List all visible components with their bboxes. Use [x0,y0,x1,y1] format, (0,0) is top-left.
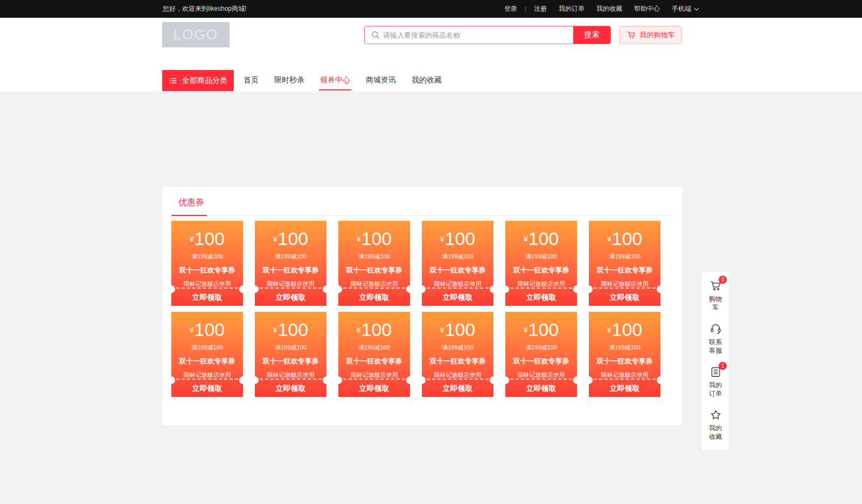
section-title[interactable]: 优惠券 [178,197,204,208]
welcome-text: 您好，欢迎来到likeshop商城! [163,4,246,13]
topbar-link-4[interactable]: 帮助中心 [634,4,660,13]
topbar-link-3[interactable]: 我的收藏 [596,4,622,13]
amount-value: 100 [194,319,225,340]
coupon-claim-button[interactable]: 立即领取 [422,380,493,397]
topbar-separator: | [525,5,526,13]
float-item-2[interactable]: 1我的订单 [706,365,725,398]
coupon-card: ¥100 满199减100 双十一狂欢专享券 限林记旗舰店使用 立即领取 [338,221,410,306]
coupon-scope: 限林记旗舰店使用 [505,280,577,288]
coupon-scope: 限林记旗舰店使用 [255,280,326,288]
coupon-claim-button[interactable]: 立即领取 [589,380,661,397]
amount-value: 100 [194,228,225,249]
coupon-scope: 限林记旗舰店使用 [422,280,493,288]
topbar-link-0[interactable]: 登录 [504,4,517,13]
float-item-1[interactable]: 联系客服 [706,322,725,355]
coupon-claim-button[interactable]: 立即领取 [255,289,326,306]
my-cart-label: 我的购物车 [640,30,675,40]
currency-symbol: ¥ [273,326,277,334]
coupon-condition: 满199减100 [422,344,493,352]
coupon-dashed-divider [260,288,322,289]
nav-item-4[interactable]: 我的收藏 [412,71,442,90]
coupon-dashed-divider [510,288,572,289]
amount-value: 100 [278,228,309,249]
coupon-claim-button[interactable]: 立即领取 [338,289,410,306]
nav-item-0[interactable]: 首页 [244,71,259,90]
category-list-icon [169,76,177,85]
coupon-condition: 满199减100 [338,253,410,261]
coupon-dashed-divider [594,379,656,380]
coupon-amount: ¥100 [171,229,243,248]
coupon-claim-button[interactable]: 立即领取 [505,289,577,306]
coupon-name: 双十一狂欢专享券 [255,356,326,366]
coupon-amount: ¥100 [255,320,326,339]
currency-symbol: ¥ [607,326,611,334]
coupon-scope: 限林记旗舰店使用 [171,371,243,379]
search-input[interactable] [383,26,573,44]
currency-symbol: ¥ [524,326,528,334]
topbar-link-2[interactable]: 我的订单 [559,4,585,13]
coupon-name: 双十一狂欢专享券 [589,356,661,366]
coupon-claim-button[interactable]: 立即领取 [589,289,661,306]
coupon-claim-button[interactable]: 立即领取 [171,289,243,306]
coupon-amount: ¥100 [422,320,493,339]
coupon-card: ¥100 满199减100 双十一狂欢专享券 限林记旗舰店使用 立即领取 [589,312,661,397]
coupon-claim-button[interactable]: 立即领取 [255,380,326,397]
my-cart-button[interactable]: 我的购物车 [620,26,682,44]
coupon-condition: 满199减100 [422,253,493,261]
floating-sidebar: 0购物车联系客服1我的订单我的收藏 [702,272,729,450]
coupon-amount: ¥100 [338,229,410,248]
coupon-claim-button[interactable]: 立即领取 [338,380,410,397]
headset-icon [709,322,722,335]
coupon-name: 双十一狂欢专享券 [338,265,410,275]
coupon-condition: 满199减100 [171,344,243,352]
badge: 0 [719,276,727,284]
coupon-amount: ¥100 [338,320,410,339]
nav-item-1[interactable]: 限时秒杀 [274,71,304,90]
amount-value: 100 [362,228,392,249]
coupon-dashed-divider [343,379,405,380]
coupon-claim-button[interactable]: 立即领取 [171,380,243,397]
float-item-0[interactable]: 0购物车 [706,279,725,312]
coupon-name: 双十一狂欢专享券 [255,265,326,275]
all-categories-button[interactable]: 全部商品分类 [162,70,234,91]
coupon-amount: ¥100 [171,320,243,339]
star-icon [709,408,722,421]
currency-symbol: ¥ [440,326,444,334]
all-categories-label: 全部商品分类 [182,76,227,86]
topbar-link-1[interactable]: 注册 [534,4,547,13]
order-icon: 1 [709,365,722,378]
coupon-name: 双十一狂欢专享券 [171,356,243,366]
coupon-panel-header: 优惠券 [171,187,673,216]
coupon-amount: ¥100 [255,229,326,248]
float-item-label: 联系客服 [706,338,725,355]
coupon-dashed-divider [427,288,489,289]
coupon-claim-button[interactable]: 立即领取 [505,380,577,397]
float-item-3[interactable]: 我的收藏 [706,408,725,441]
coupon-condition: 满199减100 [505,253,577,261]
coupon-card: ¥100 满199减100 双十一狂欢专享券 限林记旗舰店使用 立即领取 [505,312,577,397]
coupon-condition: 满199减100 [505,344,577,352]
logo[interactable]: LOGO [162,22,230,47]
nav-item-2[interactable]: 领券中心 [320,71,350,90]
coupon-name: 双十一狂欢专享券 [422,265,493,275]
coupon-card: ¥100 满199减100 双十一狂欢专享券 限林记旗舰店使用 立即领取 [338,312,410,397]
search-box: 搜索 [364,26,611,44]
coupon-amount: ¥100 [589,320,661,339]
coupon-amount: ¥100 [589,229,661,248]
coupon-card: ¥100 满199减100 双十一狂欢专享券 限林记旗舰店使用 立即领取 [255,221,326,306]
nav-item-3[interactable]: 商城资讯 [366,71,396,90]
coupon-claim-button[interactable]: 立即领取 [422,289,493,306]
coupon-scope: 限林记旗舰店使用 [589,371,661,379]
coupon-name: 双十一狂欢专享券 [171,265,243,275]
currency-symbol: ¥ [357,326,361,334]
coupon-amount: ¥100 [422,229,493,248]
coupon-condition: 满199减100 [171,253,243,261]
amount-value: 100 [362,319,392,340]
topbar-link-5[interactable]: 手机端 [672,4,699,13]
coupon-dashed-divider [343,288,405,289]
coupon-name: 双十一狂欢专享券 [505,356,577,366]
search-button[interactable]: 搜索 [573,26,610,44]
coupon-card: ¥100 满199减100 双十一狂欢专享券 限林记旗舰店使用 立即领取 [505,221,577,306]
cart-icon: 0 [709,279,722,292]
amount-value: 100 [445,228,476,249]
